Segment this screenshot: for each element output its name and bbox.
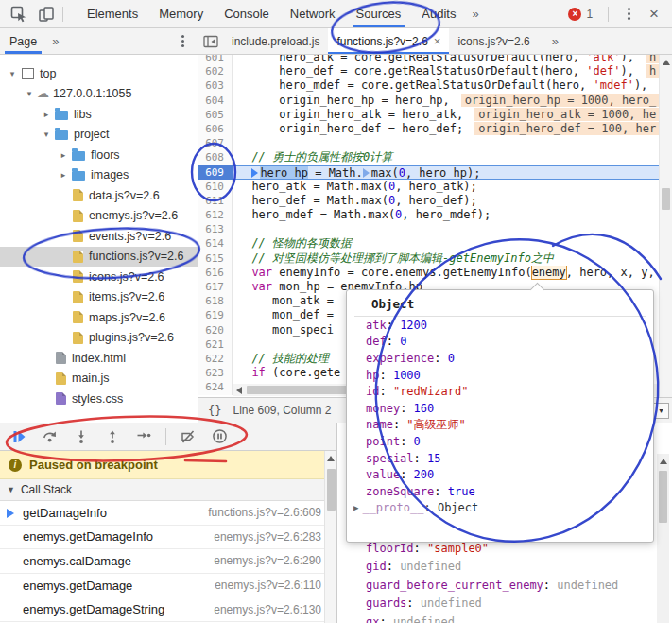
line-number[interactable]: 623 <box>198 366 233 380</box>
resume-button[interactable] <box>9 427 28 446</box>
code-line-604[interactable]: 604origin_hero_hp = hero_hp,origin_hero_… <box>198 94 672 108</box>
scope-variable[interactable]: gx: undefined <box>337 613 672 623</box>
panel-tab-network[interactable]: Network <box>280 0 346 27</box>
call-stack-header[interactable]: ▼ Call Stack <box>0 479 336 501</box>
code-line-613[interactable]: 613 <box>198 222 672 236</box>
code-line-608[interactable]: 608// 勇士的负属性都按0计算 <box>198 150 672 164</box>
expand-triangle-icon[interactable]: ▶ <box>353 503 358 512</box>
step-over-button[interactable] <box>41 427 60 446</box>
line-number[interactable]: 605 <box>198 108 233 122</box>
panel-tab-elements[interactable]: Elements <box>77 0 148 27</box>
tree-item-functions-js-v-2-6[interactable]: functions.js?v=2.6 <box>0 247 198 268</box>
tab-page[interactable]: Page <box>0 28 46 54</box>
vertical-scroll-thumb[interactable] <box>662 188 670 210</box>
line-number[interactable]: 616 <box>198 266 233 280</box>
scroll-up-icon[interactable] <box>660 459 667 464</box>
code-line-607[interactable]: 607 <box>198 136 672 150</box>
panel-tab-sources[interactable]: Sources <box>346 0 412 27</box>
expander-open-icon[interactable]: ▾ <box>6 69 19 78</box>
line-number[interactable]: 614 <box>198 236 233 251</box>
call-stack-frame[interactable]: enemys.getDamageenemys.js?v=2.6:110 <box>0 574 336 598</box>
editor-tab-functions-js-v-2-6[interactable]: functions.js?v=2.6× <box>328 28 449 54</box>
step-into-button[interactable] <box>72 427 91 446</box>
call-stack-frame[interactable]: enemys.getDamageStringenemys.js?v=2.6:13… <box>0 597 336 622</box>
close-tab-icon[interactable]: × <box>434 34 441 48</box>
tree-item-plugins-js-v-2-6[interactable]: plugins.js?v=2.6 <box>0 328 198 349</box>
line-number[interactable]: 620 <box>198 323 233 337</box>
tree-item-enemys-js-v-2-6[interactable]: enemys.js?v=2.6 <box>0 206 198 227</box>
device-toolbar-icon[interactable] <box>38 6 55 23</box>
code-line-612[interactable]: 612hero_mdef = Math.max(0, hero_mdef); <box>198 208 672 222</box>
code-line-609[interactable]: 609hero_hp = Math.max(0, hero_hp); <box>198 165 672 180</box>
popup-property[interactable]: value: 200 <box>347 466 653 483</box>
line-number[interactable]: 611 <box>198 194 233 208</box>
code-line-603[interactable]: 603hero_mdef = core.getRealStatusOrDefau… <box>198 78 672 93</box>
tree-item-project[interactable]: ▾project <box>0 125 198 146</box>
code-line-606[interactable]: 606origin_hero_def = hero_def;origin_her… <box>198 122 672 136</box>
tree-item-top[interactable]: ▾top <box>0 63 198 84</box>
left-pane-scrollbar[interactable] <box>324 451 336 623</box>
expander-closed-icon[interactable]: ▸ <box>40 110 53 119</box>
expander-open-icon[interactable]: ▾ <box>40 130 53 139</box>
more-navigator-tabs-chevron[interactable]: » <box>46 34 64 48</box>
tree-item-events-js-v-2-6[interactable]: events.js?v=2.6 <box>0 226 198 247</box>
line-number[interactable]: 606 <box>198 122 233 136</box>
panel-tab-memory[interactable]: Memory <box>148 0 214 27</box>
expander-closed-icon[interactable]: ▸ <box>57 170 70 180</box>
line-number[interactable]: 607 <box>198 136 233 150</box>
call-stack-frame[interactable]: getDamageInfofunctions.js?v=2.6:609 <box>0 501 336 526</box>
line-number[interactable]: 621 <box>198 337 233 352</box>
code-line-601[interactable]: 601hero_atk = core.getRealStatusOrDefaul… <box>198 55 672 64</box>
tree-item-icons-js-v-2-6[interactable]: icons.js?v=2.6 <box>0 267 198 287</box>
scroll-up-icon[interactable] <box>663 60 670 65</box>
call-stack-frame[interactable]: enemys.getDamageInfoenemys.js?v=2.6:283 <box>0 526 336 550</box>
popup-property[interactable]: experience: 0 <box>347 350 653 367</box>
pause-on-exceptions-button[interactable] <box>210 427 229 446</box>
line-number[interactable]: 615 <box>198 251 233 266</box>
line-number[interactable]: 604 <box>198 94 233 108</box>
more-panels-chevron[interactable]: » <box>466 7 484 21</box>
scope-variable[interactable]: guards: undefined <box>337 595 672 614</box>
tree-item-images[interactable]: ▸images <box>0 165 198 186</box>
panel-tab-console[interactable]: Console <box>214 0 280 27</box>
tree-item-maps-js-v-2-6[interactable]: maps.js?v=2.6 <box>0 307 198 328</box>
line-number[interactable]: 613 <box>198 222 233 236</box>
code-line-616[interactable]: 616var enemyInfo = core.enemys.getEnemyI… <box>198 266 672 280</box>
line-number[interactable]: 601 <box>198 55 233 64</box>
line-number[interactable]: 612 <box>198 208 233 222</box>
tree-item-index-html[interactable]: index.html <box>0 348 198 369</box>
inline-breakpoint-icon[interactable] <box>251 168 258 178</box>
error-count[interactable]: 1 <box>586 8 593 21</box>
scroll-up-icon[interactable] <box>327 456 335 461</box>
popup-property[interactable]: money: 160 <box>347 400 653 417</box>
error-badge-icon[interactable]: × <box>568 8 581 21</box>
editor-vertical-scrollbar[interactable] <box>659 55 672 397</box>
editor-tab-include-preload-js[interactable]: include.preload.js <box>223 28 328 54</box>
popup-property[interactable]: def: 0 <box>347 334 653 351</box>
tree-item-main-js[interactable]: main.js <box>0 369 198 389</box>
step-button[interactable] <box>134 427 153 446</box>
popup-property[interactable]: atk: 1200 <box>347 317 653 334</box>
inspect-element-icon[interactable] <box>10 6 27 23</box>
tree-item-libs[interactable]: ▸libs <box>0 104 198 125</box>
more-editor-tabs-chevron[interactable]: » <box>539 34 564 48</box>
breakpoint-line-number[interactable]: 609 <box>198 165 233 180</box>
tree-item-floors[interactable]: ▸floors <box>0 145 198 165</box>
expander-open-icon[interactable]: ▾ <box>23 89 36 98</box>
tree-item-127-0-0-1-1055[interactable]: ▾☁127.0.0.1:1055 <box>0 84 198 105</box>
line-number[interactable]: 618 <box>198 294 233 308</box>
line-number[interactable]: 624 <box>198 380 233 394</box>
popup-property[interactable]: special: 15 <box>347 450 653 467</box>
line-number[interactable]: 610 <box>198 180 233 194</box>
scroll-left-icon[interactable] <box>236 387 242 394</box>
scope-scrollbar[interactable] <box>657 454 669 623</box>
popup-property[interactable]: name: "高级巫师" <box>347 417 653 434</box>
scroll-thumb[interactable] <box>327 469 336 511</box>
editor-tab-icons-js-v-2-6[interactable]: icons.js?v=2.6 <box>449 28 538 54</box>
popup-property[interactable]: zoneSquare: true <box>347 483 653 500</box>
devtools-menu-icon[interactable] <box>628 12 630 15</box>
popup-property[interactable]: point: 0 <box>347 433 653 450</box>
step-out-button[interactable] <box>103 427 122 446</box>
code-line-615[interactable]: 615// 对坚固模仿等处理挪到了脚本编辑-getEnemyInfo之中 <box>198 251 672 266</box>
code-line-614[interactable]: 614// 怪物的各项数据 <box>198 236 672 251</box>
